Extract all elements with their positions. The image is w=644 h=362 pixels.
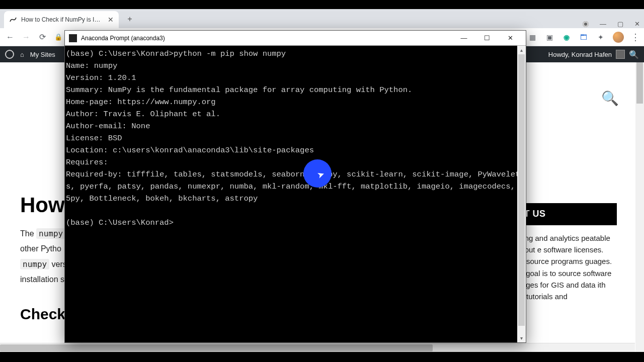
page-horizontal-scrollbar[interactable] <box>0 343 635 352</box>
wp-search-icon[interactable]: 🔍 <box>629 50 639 59</box>
window-minimize-icon[interactable]: — <box>600 20 606 28</box>
window-maximize-icon[interactable]: ▢ <box>617 20 623 28</box>
profile-avatar[interactable] <box>613 32 624 43</box>
inline-code: numpy <box>36 228 65 239</box>
scrollbar-thumb[interactable] <box>518 54 525 326</box>
forward-button[interactable]: → <box>20 31 32 43</box>
site-search-icon[interactable]: 🔍 <box>601 90 619 107</box>
howdy-user[interactable]: Howdy, Konrad Hafen <box>548 51 612 58</box>
terminal-minimize-button[interactable]: — <box>452 31 475 45</box>
translate-icon[interactable]: 🗔 <box>579 32 589 42</box>
scroll-up-arrow-icon[interactable]: ▴ <box>517 46 526 54</box>
account-indicator-icon[interactable] <box>583 21 589 27</box>
anaconda-prompt-window: Anaconda Prompt (anaconda3) — ☐ ✕ (base)… <box>64 30 526 343</box>
grammarly-icon[interactable]: ◉ <box>561 32 572 42</box>
terminal-close-button[interactable]: ✕ <box>499 31 522 45</box>
terminal-window-controls: — ☐ ✕ <box>452 31 522 45</box>
video-letterbox-top <box>0 0 644 9</box>
scrollbar-thumb[interactable] <box>636 62 643 104</box>
sidebar-heading: UT US <box>511 203 617 225</box>
reload-button[interactable]: ⟳ <box>36 31 48 43</box>
tab-close-icon[interactable]: ✕ <box>108 16 114 24</box>
extensions-puzzle-icon[interactable]: ✦ <box>596 32 606 42</box>
home-dashboard-icon[interactable]: ⌂ <box>20 51 24 58</box>
wordpress-logo-icon[interactable] <box>5 50 14 59</box>
scrollbar-thumb[interactable] <box>0 344 433 351</box>
chrome-menu-icon[interactable]: ⋮ <box>631 32 640 43</box>
window-close-icon[interactable]: ✕ <box>634 20 640 28</box>
inline-code: numpy <box>20 259 49 269</box>
terminal-output: (base) C:\Users\Konrad>python -m pip sho… <box>65 46 526 231</box>
extension-icon-2[interactable]: ▣ <box>544 32 554 42</box>
browser-window-controls: — ▢ ✕ <box>583 20 640 28</box>
page-vertical-scrollbar[interactable] <box>635 62 644 352</box>
user-avatar-icon[interactable] <box>616 50 625 59</box>
tab-favicon-icon <box>9 16 17 24</box>
back-button[interactable]: ← <box>4 31 16 43</box>
about-sidebar: UT US essing and analytics peatable with… <box>511 203 617 302</box>
scroll-down-arrow-icon[interactable]: ▾ <box>517 334 526 342</box>
sidebar-body: essing and analytics peatable without e … <box>511 232 617 303</box>
extension-icon-1[interactable]: ▦ <box>527 32 537 42</box>
new-tab-button[interactable]: + <box>123 12 137 26</box>
terminal-app-icon <box>69 34 77 42</box>
terminal-titlebar[interactable]: Anaconda Prompt (anaconda3) — ☐ ✕ <box>65 31 526 46</box>
site-lock-icon[interactable]: 🔒 <box>52 31 64 43</box>
terminal-maximize-button[interactable]: ☐ <box>475 31 499 45</box>
tab-strip: How to Check if NumPy is Install ✕ + — ▢… <box>0 9 644 28</box>
terminal-body[interactable]: (base) C:\Users\Konrad>python -m pip sho… <box>65 46 526 342</box>
tab-title: How to Check if NumPy is Install <box>21 16 104 23</box>
terminal-title: Anaconda Prompt (anaconda3) <box>81 35 165 42</box>
my-sites-link[interactable]: My Sites <box>30 51 55 58</box>
browser-tab[interactable]: How to Check if NumPy is Install ✕ <box>4 11 119 28</box>
terminal-scrollbar[interactable]: ▴ ▾ <box>517 46 526 342</box>
video-letterbox-bottom <box>0 352 644 362</box>
